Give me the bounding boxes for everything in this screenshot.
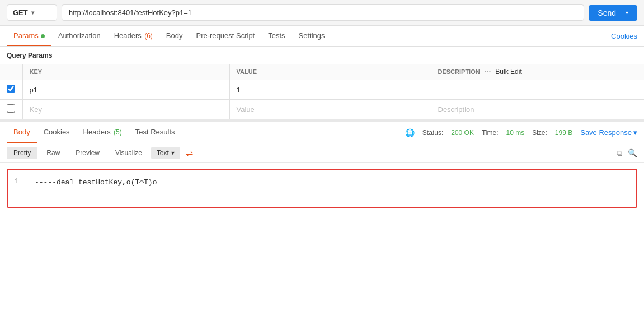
method-label: GET <box>13 8 28 17</box>
tab-authorization[interactable]: Authorization <box>51 26 107 46</box>
fmt-tab-preview-label: Preview <box>76 149 100 157</box>
params-dot <box>41 34 45 38</box>
headers-badge: (6) <box>143 32 153 40</box>
fmt-tab-visualize-label: Visualize <box>115 149 142 157</box>
row1-key[interactable]: p1 <box>30 86 37 94</box>
table-row: Key Value Description <box>0 100 644 119</box>
method-select[interactable]: GET ▾ <box>7 4 57 21</box>
th-checkbox <box>0 64 22 80</box>
resp-tab-cookies-label: Cookies <box>44 128 70 136</box>
row2-description[interactable]: Description <box>438 105 474 114</box>
fmt-tab-pretty-label: Pretty <box>13 149 31 157</box>
fmt-tab-pretty[interactable]: Pretty <box>7 147 37 159</box>
query-params-label: Query Params <box>0 47 644 64</box>
code-line-1: 1 -----deal_testHotKey,o(T⌒T)o <box>8 176 636 188</box>
status-label: Status: <box>422 129 443 137</box>
resp-tab-headers[interactable]: Headers (5) <box>77 122 129 143</box>
params-table: KEY VALUE DESCRIPTION ··· Bulk Edit p <box>0 64 644 119</box>
row2-checkbox[interactable] <box>7 104 15 113</box>
response-code-area: 1 -----deal_testHotKey,o(T⌒T)o <box>7 169 637 208</box>
row1-key-cell: p1 <box>22 80 229 100</box>
time-value: 10 ms <box>506 129 524 137</box>
row2-value[interactable]: Value <box>237 105 255 114</box>
fmt-tab-visualize[interactable]: Visualize <box>109 147 149 159</box>
bulk-edit-button[interactable]: Bulk Edit <box>495 68 521 76</box>
size-value: 199 B <box>555 129 572 137</box>
tab-tests-label: Tests <box>268 31 285 40</box>
send-chevron: ▾ <box>621 10 628 16</box>
resp-headers-badge: (5) <box>112 128 122 136</box>
top-bar: GET ▾ Send ▾ <box>0 0 644 26</box>
tab-body-label: Body <box>166 31 183 40</box>
tab-params-label: Params <box>13 31 39 40</box>
resp-tab-body[interactable]: Body <box>7 122 37 143</box>
request-tabs: Params Authorization Headers (6) Body Pr… <box>0 26 644 47</box>
tab-prerequest[interactable]: Pre-request Script <box>189 26 261 46</box>
response-section: Body Cookies Headers (5) Test Results 🌐 … <box>0 119 644 208</box>
row1-value-cell: 1 <box>229 80 431 100</box>
filter-icon[interactable]: ⇌ <box>186 148 193 159</box>
send-label: Send <box>598 8 616 17</box>
globe-icon: 🌐 <box>405 128 415 137</box>
resp-tab-body-label: Body <box>13 128 30 136</box>
code-content-1: -----deal_testHotKey,o(T⌒T)o <box>35 178 157 187</box>
format-bar: Pretty Raw Preview Visualize Text ▾ ⇌ ⧉ … <box>0 143 644 163</box>
tab-body[interactable]: Body <box>159 26 190 46</box>
size-label: Size: <box>532 129 547 137</box>
url-input[interactable] <box>62 4 584 21</box>
save-response-chevron: ▾ <box>633 128 637 137</box>
fmt-tab-raw[interactable]: Raw <box>40 147 67 159</box>
text-format-chevron: ▾ <box>171 149 175 157</box>
table-row: p1 1 <box>0 80 644 100</box>
response-meta: 🌐 Status: 200 OK Time: 10 ms Size: 199 B… <box>405 128 637 137</box>
tab-headers[interactable]: Headers (6) <box>107 26 159 46</box>
resp-tab-cookies[interactable]: Cookies <box>37 122 77 143</box>
save-response-button[interactable]: Save Response ▾ <box>580 128 637 137</box>
row1-checkbox-cell <box>0 80 22 100</box>
send-button[interactable]: Send ▾ <box>589 5 637 21</box>
tab-headers-label: Headers <box>114 31 142 40</box>
tab-settings-label: Settings <box>299 31 325 40</box>
resp-tab-headers-label: Headers <box>83 128 111 136</box>
fmt-right-actions: ⧉ 🔍 <box>617 148 637 158</box>
tab-settings[interactable]: Settings <box>292 26 332 46</box>
row1-value[interactable]: 1 <box>237 86 241 94</box>
resp-tab-testresults[interactable]: Test Results <box>129 122 182 143</box>
th-value: VALUE <box>229 64 431 80</box>
method-chevron: ▾ <box>31 10 34 16</box>
th-description: DESCRIPTION ··· Bulk Edit <box>431 64 644 80</box>
tab-tests[interactable]: Tests <box>261 26 292 46</box>
th-description-label: DESCRIPTION <box>438 68 480 75</box>
text-format-dropdown[interactable]: Text ▾ <box>151 147 180 159</box>
save-response-label: Save Response <box>580 128 632 137</box>
more-options-icon[interactable]: ··· <box>485 67 491 76</box>
fmt-tab-preview[interactable]: Preview <box>69 147 106 159</box>
resp-tab-testresults-label: Test Results <box>135 128 175 136</box>
text-format-label: Text <box>157 149 169 157</box>
params-table-container: KEY VALUE DESCRIPTION ··· Bulk Edit p <box>0 64 644 119</box>
row2-value-cell: Value <box>229 100 431 119</box>
row2-checkbox-cell <box>0 100 22 119</box>
copy-icon[interactable]: ⧉ <box>617 148 622 158</box>
tab-authorization-label: Authorization <box>58 31 101 40</box>
time-label: Time: <box>482 129 499 137</box>
row2-desc-cell: Description <box>431 100 644 119</box>
row2-key-cell: Key <box>22 100 229 119</box>
tab-params[interactable]: Params <box>7 26 51 46</box>
th-key: KEY <box>22 64 229 80</box>
search-icon[interactable]: 🔍 <box>628 148 637 157</box>
row2-key[interactable]: Key <box>30 105 42 114</box>
cookies-link[interactable]: Cookies <box>611 32 637 40</box>
line-number-1: 1 <box>15 178 28 185</box>
status-value: 200 OK <box>451 129 474 137</box>
response-tabs-bar: Body Cookies Headers (5) Test Results 🌐 … <box>0 122 644 143</box>
row1-checkbox[interactable] <box>7 85 15 93</box>
row1-desc-cell <box>431 80 644 100</box>
tab-prerequest-label: Pre-request Script <box>196 31 255 40</box>
fmt-tab-raw-label: Raw <box>46 149 60 157</box>
